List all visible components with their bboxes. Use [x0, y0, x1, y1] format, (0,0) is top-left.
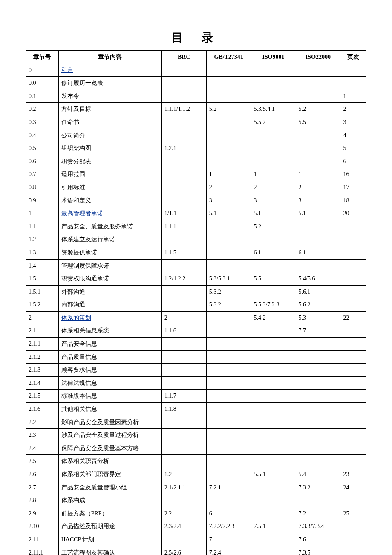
- cell-gbt: [206, 246, 251, 259]
- table-row: 0引言: [26, 64, 366, 77]
- cell-iso22: [296, 220, 340, 233]
- col-iso22000: ISO22000: [296, 51, 340, 64]
- table-row: 1.5.1外部沟通5.3.25.6.1: [26, 285, 366, 298]
- cell-brc: [161, 259, 206, 272]
- table-row: 2.9前提方案（PRP）2.267.225: [26, 507, 366, 520]
- cell-brc: 1.1.1/1.1.2: [161, 103, 206, 116]
- cell-iso9: [251, 533, 296, 546]
- cell-content: 引言: [58, 64, 161, 77]
- cell-iso9: [251, 455, 296, 468]
- table-row: 0.2方针及目标1.1.1/1.1.25.25.3/5.4.15.22: [26, 103, 366, 116]
- cell-iso22: [296, 350, 340, 364]
- cell-gbt: [206, 129, 251, 142]
- cell-content: 最高管理者承诺: [58, 207, 161, 220]
- cell-page: [340, 520, 366, 533]
- cell-gbt: [206, 338, 251, 351]
- cell-page: 1: [340, 90, 366, 103]
- cell-iso9: 5.5.2: [251, 116, 296, 129]
- cell-brc: [161, 533, 206, 546]
- cell-section: 2.10: [26, 520, 59, 533]
- cell-gbt: [206, 155, 251, 168]
- table-row: 2.1.2产品质量信息: [26, 350, 366, 364]
- cell-page: 3: [340, 116, 366, 129]
- cell-iso9: [251, 429, 296, 442]
- cell-brc: 2: [161, 311, 206, 324]
- cell-gbt: 3: [206, 194, 251, 207]
- cell-page: [340, 376, 366, 390]
- cell-section: 2.1.1: [26, 338, 59, 351]
- cell-content: 前提方案（PRP）: [58, 507, 161, 520]
- cell-content: 体系相关部门职责界定: [58, 468, 161, 481]
- cell-brc: [161, 90, 206, 103]
- cell-page: [340, 338, 366, 351]
- cell-section: 2.6: [26, 468, 59, 481]
- col-iso9001: ISO9001: [251, 51, 296, 64]
- cell-brc: [161, 494, 206, 507]
- cell-iso9: 5.5.3/7.2.3: [251, 298, 296, 312]
- table-row: 2.11HACCP 计划77.6: [26, 533, 366, 546]
- cell-section: 0.8: [26, 181, 59, 194]
- table-row: 0.6职责分配表6: [26, 155, 366, 168]
- cell-section: 1.4: [26, 259, 59, 272]
- cell-iso22: 5.1: [296, 207, 340, 220]
- cell-section: 1.3: [26, 246, 59, 259]
- cell-section: 2.1.5: [26, 390, 59, 403]
- cell-page: 5: [340, 142, 366, 155]
- cell-iso22: 5.3: [296, 311, 340, 324]
- cell-section: 2.1.4: [26, 376, 59, 390]
- cell-iso9: 7.5.1: [251, 520, 296, 533]
- cell-brc: 2.5/2.6: [161, 546, 206, 555]
- cell-page: 22: [340, 311, 366, 324]
- toc-link[interactable]: 引言: [61, 67, 73, 73]
- col-brc: BRC: [161, 51, 206, 64]
- cell-iso22: 5.6.1: [296, 285, 340, 298]
- cell-gbt: 7: [206, 533, 251, 546]
- cell-content: 工艺流程图及其确认: [58, 546, 161, 555]
- cell-iso9: [251, 129, 296, 142]
- cell-iso9: [251, 442, 296, 455]
- cell-gbt: [206, 233, 251, 246]
- cell-iso9: 5.5: [251, 272, 296, 286]
- cell-iso22: [296, 416, 340, 429]
- cell-gbt: [206, 142, 251, 155]
- cell-gbt: 5.3.2: [206, 298, 251, 312]
- cell-content: 术语和定义: [58, 194, 161, 207]
- cell-page: [340, 298, 366, 312]
- cell-gbt: [206, 90, 251, 103]
- cell-brc: 2.2: [161, 507, 206, 520]
- cell-section: 2.9: [26, 507, 59, 520]
- cell-iso9: [251, 350, 296, 364]
- cell-brc: [161, 429, 206, 442]
- cell-iso9: [251, 285, 296, 298]
- cell-page: 24: [340, 481, 366, 494]
- table-row: 2.8体系构成: [26, 494, 366, 507]
- cell-section: 0.2: [26, 103, 59, 116]
- cell-iso22: [296, 90, 340, 103]
- toc-link[interactable]: 体系的策划: [61, 315, 91, 321]
- cell-iso22: [296, 455, 340, 468]
- cell-section: 2.1.2: [26, 350, 59, 364]
- cell-iso22: 5.6.2: [296, 298, 340, 312]
- table-row: 0.4公司简介4: [26, 129, 366, 142]
- cell-iso9: [251, 90, 296, 103]
- toc-link[interactable]: 最高管理者承诺: [61, 210, 103, 217]
- cell-gbt: [206, 455, 251, 468]
- cell-iso9: 5.1: [251, 207, 296, 220]
- cell-section: 2.3: [26, 429, 59, 442]
- cell-brc: [161, 116, 206, 129]
- cell-iso22: [296, 129, 340, 142]
- cell-iso9: 5.4.2: [251, 311, 296, 324]
- cell-content: 顾客要求信息: [58, 364, 161, 377]
- cell-iso9: [251, 324, 296, 338]
- cell-iso22: 7.3.5: [296, 546, 340, 555]
- cell-iso9: [251, 155, 296, 168]
- cell-iso9: [251, 481, 296, 494]
- cell-brc: [161, 338, 206, 351]
- cell-iso22: 1: [296, 168, 340, 181]
- cell-content: 外部沟通: [58, 285, 161, 298]
- cell-gbt: [206, 64, 251, 77]
- cell-content: 组织架构图: [58, 142, 161, 155]
- col-content: 章节内容: [58, 51, 161, 64]
- cell-content: 职责分配表: [58, 155, 161, 168]
- cell-iso9: [251, 403, 296, 416]
